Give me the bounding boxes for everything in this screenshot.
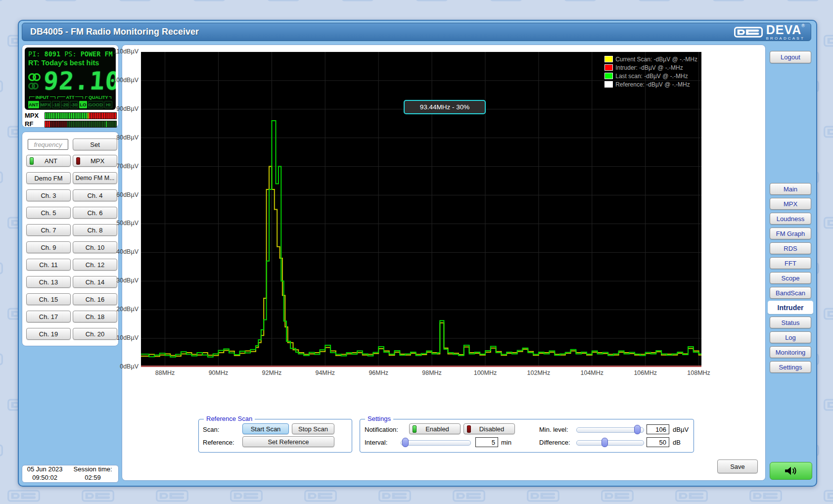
frequency-input[interactable]	[28, 139, 68, 150]
tab-main[interactable]: Main	[770, 183, 811, 195]
channel-button-7[interactable]: Ch. 7	[26, 224, 71, 236]
meter-segment	[82, 121, 83, 127]
watermark-logo-icon	[749, 490, 782, 504]
set-reference-button[interactable]: Set Reference	[242, 436, 334, 447]
watermark-logo-icon	[712, 0, 745, 3]
watermark-logo-icon	[824, 399, 833, 413]
rf-meter-label: RF	[25, 120, 33, 128]
notification-disabled-button[interactable]: Disabled	[463, 423, 515, 434]
meter-segment	[52, 113, 54, 119]
session-time-value: 02:59	[67, 474, 118, 482]
meter-segment	[69, 121, 70, 127]
watermark-logo-icon	[378, 490, 411, 504]
enabled-led-icon	[413, 425, 416, 433]
watermark-logo-icon	[601, 490, 634, 504]
tab-fft[interactable]: FFT	[770, 257, 811, 269]
interval-slider-thumb[interactable]	[402, 438, 409, 447]
difference-label: Difference:	[539, 439, 570, 446]
tab-fm-graph[interactable]: FM Graph	[770, 228, 811, 239]
meter-segment	[60, 121, 61, 127]
meter-segment	[102, 113, 103, 119]
watermark-logo-icon	[453, 490, 485, 504]
legend-label: Reference: -dBµV @ -.-MHz	[615, 81, 690, 88]
meter-segment	[71, 121, 72, 127]
tab-status[interactable]: Status	[770, 317, 811, 328]
interval-slider[interactable]	[401, 440, 471, 446]
min-level-label: Min. level:	[539, 426, 568, 433]
spectrum-plot	[141, 52, 701, 367]
channel-button-11[interactable]: Ch. 11	[26, 259, 71, 271]
meter-segment	[104, 121, 105, 127]
meter-segment	[73, 121, 74, 127]
tab-scope[interactable]: Scope	[770, 272, 811, 284]
deva-db-mark-icon	[734, 27, 763, 38]
notification-enabled-button[interactable]: Enabled	[409, 423, 461, 434]
tab-loudness[interactable]: Loudness	[770, 213, 811, 225]
lcd-cell--10: -10	[52, 101, 60, 108]
channel-button-19[interactable]: Ch. 19	[26, 328, 71, 340]
min-level-slider-thumb[interactable]	[634, 425, 641, 434]
start-scan-button[interactable]: Start Scan	[242, 423, 289, 434]
meter-segment	[56, 113, 57, 119]
lcd-radiotext-line: RT: Today's best hits	[28, 59, 112, 67]
ant-input-button[interactable]: ANT	[26, 155, 71, 167]
meter-segment	[58, 113, 59, 119]
difference-slider-thumb[interactable]	[602, 438, 608, 447]
legend-swatch-icon	[604, 64, 613, 71]
meter-segment	[67, 113, 69, 119]
brand-name: DEVA	[766, 23, 802, 37]
watermark-logo-icon	[824, 126, 833, 140]
meter-segment	[106, 113, 107, 119]
preset-button-demo-fm[interactable]: Demo FM	[26, 172, 71, 184]
min-level-slider[interactable]	[576, 427, 644, 433]
meter-segment	[115, 121, 116, 127]
x-tick-label: 98MHz	[416, 369, 448, 376]
meter-segment	[111, 113, 113, 119]
deva-logo: DEVA® BROADCAST	[734, 24, 805, 41]
tab-mpx[interactable]: MPX	[770, 198, 811, 210]
interval-label: Interval:	[365, 439, 387, 446]
y-tick-label: 50dBµV	[108, 220, 139, 227]
watermark-logo-icon	[193, 0, 226, 3]
meter-segment	[54, 113, 56, 119]
preset-button-demo-fm-m[interactable]: Demo FM M...	[73, 172, 117, 184]
channel-button-3[interactable]: Ch. 3	[26, 189, 71, 201]
save-button[interactable]: Save	[717, 459, 758, 473]
x-tick-label: 102MHz	[523, 369, 555, 376]
x-tick-label: 100MHz	[469, 369, 501, 376]
watermark-logo-icon	[82, 490, 114, 504]
min-level-value[interactable]: 106	[647, 424, 669, 434]
legend-item: Current Scan: -dBµV @ -.-MHz	[604, 55, 697, 63]
interval-unit: min	[501, 439, 511, 446]
audio-mute-button[interactable]	[770, 462, 812, 480]
tab-settings[interactable]: Settings	[770, 361, 811, 373]
tab-rds[interactable]: RDS	[770, 242, 811, 254]
watermark-logo-icon	[787, 0, 819, 3]
tab-bandscan[interactable]: BandScan	[770, 287, 811, 299]
difference-slider[interactable]	[576, 440, 644, 446]
y-tick-label: 0dBµV	[108, 363, 139, 370]
channel-button-13[interactable]: Ch. 13	[26, 276, 71, 288]
tab-monitoring[interactable]: Monitoring	[770, 346, 811, 358]
lcd-cell-lo: LO	[79, 101, 87, 108]
meter-segment	[61, 113, 63, 119]
channel-button-17[interactable]: Ch. 17	[26, 311, 71, 322]
bandscan-chart[interactable]: Current Scan: -dBµV @ -.-MHzIntruder: -d…	[141, 52, 701, 367]
meter-segment	[71, 113, 72, 119]
channel-button-12[interactable]: Ch. 12	[73, 259, 117, 271]
tab-intruder[interactable]: Intruder	[768, 301, 813, 314]
y-tick-label: 30dBµV	[108, 277, 139, 284]
difference-value[interactable]: 50	[647, 437, 669, 447]
tab-log[interactable]: Log	[770, 331, 811, 343]
lcd-cell--20: -20	[61, 101, 69, 108]
channel-button-5[interactable]: Ch. 5	[26, 207, 71, 219]
logout-button[interactable]: Logout	[770, 51, 811, 63]
stop-scan-button[interactable]: Stop Scan	[292, 423, 334, 434]
channel-button-9[interactable]: Ch. 9	[26, 241, 71, 253]
channel-button-16[interactable]: Ch. 16	[73, 293, 117, 305]
y-tick-label: 70dBµV	[108, 163, 139, 170]
interval-value[interactable]: 5	[475, 437, 498, 447]
channel-button-6[interactable]: Ch. 6	[73, 207, 117, 219]
channel-button-15[interactable]: Ch. 15	[26, 293, 71, 305]
watermark-logo-icon	[230, 490, 263, 504]
